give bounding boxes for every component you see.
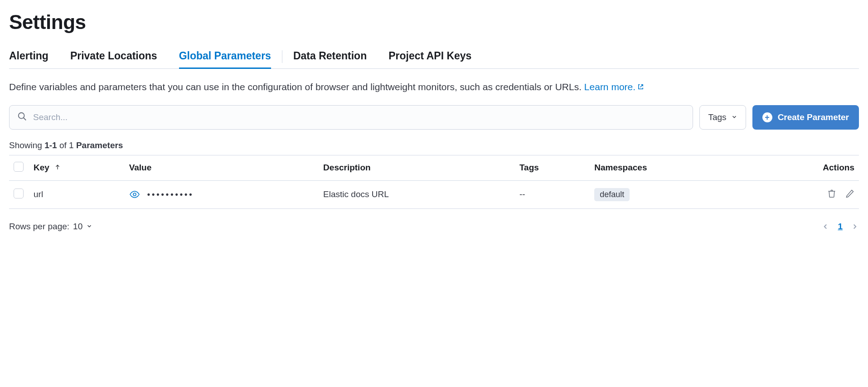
table-footer: Rows per page: 10 1 (9, 222, 859, 232)
svg-point-3 (133, 193, 136, 196)
sort-asc-icon (54, 163, 61, 172)
col-key[interactable]: Key (29, 155, 125, 180)
col-key-label: Key (34, 163, 49, 172)
learn-more-label: Learn more. (584, 82, 635, 92)
col-tags[interactable]: Tags (515, 155, 590, 180)
select-all-checkbox[interactable] (14, 162, 24, 172)
search-input[interactable] (9, 105, 693, 130)
results-mid: of 1 (57, 140, 76, 150)
tabs-nav: Alerting Private Locations Global Parame… (9, 44, 859, 69)
external-link-icon (637, 80, 644, 94)
tab-alerting[interactable]: Alerting (9, 44, 48, 69)
cell-description: Elastic docs URL (319, 180, 515, 208)
parameters-table: Key Value Description Tags Namespaces Ac… (9, 155, 859, 209)
cell-key: url (29, 180, 125, 208)
svg-line-1 (24, 117, 26, 120)
results-suffix: Parameters (76, 140, 123, 150)
results-range: 1-1 (44, 140, 57, 150)
col-value[interactable]: Value (125, 155, 319, 180)
tab-global-parameters[interactable]: Global Parameters (179, 44, 271, 69)
col-description[interactable]: Description (319, 155, 515, 180)
create-parameter-button[interactable]: + Create Parameter (752, 105, 859, 130)
tab-description: Define variables and parameters that you… (9, 80, 859, 94)
next-page-button[interactable] (851, 223, 859, 231)
rows-per-page-label: Rows per page: (9, 222, 69, 232)
edit-icon[interactable] (845, 189, 854, 198)
tags-filter-button[interactable]: Tags (699, 105, 746, 130)
search-icon (17, 111, 27, 123)
tab-data-retention[interactable]: Data Retention (293, 44, 367, 69)
learn-more-link[interactable]: Learn more. (584, 82, 644, 92)
tab-private-locations[interactable]: Private Locations (70, 44, 157, 69)
rows-per-page-select[interactable]: Rows per page: 10 (9, 222, 92, 232)
tab-project-api-keys[interactable]: Project API Keys (388, 44, 471, 69)
col-namespaces[interactable]: Namespaces (590, 155, 752, 180)
results-count: Showing 1-1 of 1 Parameters (9, 140, 859, 150)
description-text: Define variables and parameters that you… (9, 82, 584, 92)
create-parameter-label: Create Parameter (778, 112, 849, 122)
results-prefix: Showing (9, 140, 44, 150)
col-select (9, 155, 29, 180)
tab-divider (282, 50, 282, 63)
toolbar: Tags + Create Parameter (9, 105, 859, 130)
masked-value: •••••••••• (147, 190, 194, 199)
chevron-down-icon (86, 222, 92, 232)
reveal-value-button[interactable] (129, 189, 140, 200)
cell-tags: -- (515, 180, 590, 208)
pagination: 1 (821, 222, 859, 232)
chevron-down-icon (731, 112, 737, 122)
prev-page-button[interactable] (821, 223, 829, 231)
namespace-badge: default (594, 188, 630, 201)
rows-per-page-value: 10 (73, 222, 82, 232)
table-row: url •••••••••• Elastic docs URL -- defau… (9, 180, 859, 208)
page-number[interactable]: 1 (838, 222, 843, 232)
page-title: Settings (9, 11, 859, 34)
cell-value: •••••••••• (125, 180, 319, 208)
search-wrap (9, 105, 693, 130)
plus-circle-icon: + (762, 112, 772, 122)
cell-namespaces: default (590, 180, 752, 208)
row-checkbox[interactable] (14, 189, 24, 198)
svg-point-0 (19, 112, 24, 118)
col-actions: Actions (752, 155, 859, 180)
delete-icon[interactable] (827, 189, 836, 198)
cell-actions (752, 180, 859, 208)
tags-filter-label: Tags (708, 112, 726, 122)
